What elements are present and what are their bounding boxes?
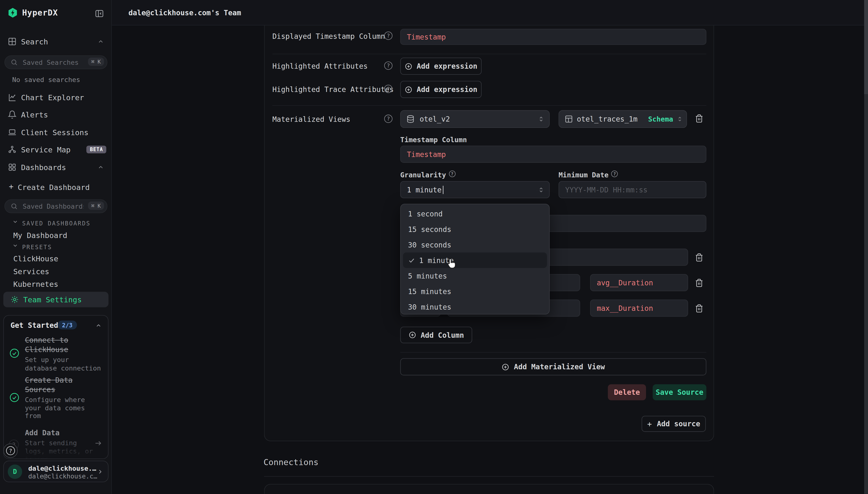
help-button[interactable]: ? (3, 443, 18, 458)
select-chevrons-icon (676, 116, 683, 122)
minimum-date-label: Minimum Date? (558, 171, 618, 179)
user-name: dale@clickhouse.… (28, 464, 96, 472)
saved-searches-input[interactable]: ⌘ K (4, 55, 107, 69)
search-results-icon (8, 37, 17, 46)
create-dashboard-button[interactable]: + Create Dashboard (0, 179, 112, 194)
sidebar-item-clickhouse[interactable]: ClickHouse (13, 254, 58, 263)
sidebar-item-my-dashboard[interactable]: My Dashboard (13, 231, 67, 240)
save-source-button[interactable]: Save Source (653, 384, 706, 400)
column-alias-input[interactable]: max__Duration (590, 300, 688, 317)
dropdown-option[interactable]: 15 minutes (403, 283, 547, 299)
step-desc: Configure where your data comes from (25, 396, 102, 420)
delete-column-icon[interactable] (695, 279, 704, 287)
dropdown-option-selected[interactable]: 1 minute (403, 252, 547, 268)
get-started-step[interactable]: Connect to ClickHouse Set up your databa… (25, 336, 102, 372)
dropdown-option[interactable]: 15 seconds (403, 222, 547, 237)
add-column-button[interactable]: Add Column (400, 327, 472, 343)
add-source-button[interactable]: + Add source (642, 416, 706, 432)
displayed-timestamp-label: Displayed Timestamp Column (272, 32, 385, 40)
help-icon[interactable]: ? (384, 32, 392, 40)
help-icon[interactable]: ? (384, 115, 392, 123)
connections-card (264, 484, 714, 494)
laptop-icon (8, 128, 17, 137)
shortcut-badge: ⌘ K (88, 202, 104, 210)
add-expression-button[interactable]: Add expression (400, 81, 482, 98)
step-title: Create Data Sources (25, 375, 102, 394)
hyperdx-logo-icon[interactable] (7, 7, 18, 18)
get-started-step[interactable]: Create Data Sources Configure where your… (25, 375, 102, 420)
search-icon (11, 203, 18, 210)
chevron-up-icon[interactable] (95, 322, 102, 329)
sidebar-item-dashboards[interactable]: Dashboards (0, 159, 112, 174)
delete-column-icon[interactable] (695, 304, 704, 313)
sidebar-item-search[interactable]: Search (0, 34, 112, 49)
database-select[interactable]: otel_v2 (400, 110, 550, 128)
dropdown-option[interactable]: 30 seconds (403, 237, 547, 252)
plus-icon: + (647, 419, 652, 429)
sidebar-item-services[interactable]: Services (13, 267, 49, 276)
sidebar-item-client-sessions[interactable]: Client Sessions (0, 125, 112, 139)
delete-column-icon[interactable] (695, 253, 704, 262)
sidebar-item-chart-explorer[interactable]: Chart Explorer (0, 90, 112, 105)
add-expression-button[interactable]: Add expression (400, 57, 482, 75)
table-icon (565, 115, 573, 123)
sidebar-item-label: Chart Explorer (21, 93, 84, 102)
help-icon[interactable]: ? (384, 85, 392, 93)
create-dashboard-label: Create Dashboard (18, 183, 90, 192)
select-chevrons-icon (538, 186, 545, 193)
text-caret (443, 185, 443, 194)
search-icon (11, 59, 18, 66)
main-content: Displayed Timestamp Column ? Timestamp H… (112, 25, 864, 494)
delete-view-icon[interactable] (695, 114, 704, 123)
collapse-sidebar-icon[interactable] (95, 9, 104, 18)
help-icon[interactable]: ? (449, 171, 455, 177)
add-materialized-view-button[interactable]: Add Materialized View (400, 358, 707, 375)
sidebar-item-team-settings[interactable]: Team Settings (3, 292, 109, 307)
column-alias-input[interactable]: avg__Duration (590, 274, 688, 291)
divider (272, 105, 707, 106)
sidebar-item-label: Search (21, 37, 48, 46)
beta-badge: BETA (86, 145, 106, 153)
section-saved-dashboards[interactable]: SAVED DASHBOARDS (22, 220, 91, 226)
avatar: D (8, 464, 22, 479)
dropdown-option[interactable]: 5 minutes (403, 268, 547, 283)
chevron-up-icon (98, 38, 104, 45)
check-circle-icon (9, 393, 19, 402)
sidebar-item-alerts[interactable]: Alerts (0, 107, 112, 122)
divider (272, 54, 707, 54)
chevron-down-icon[interactable] (12, 242, 18, 248)
minimum-date-input[interactable]: YYYY-MM-DD HH:mm:ss (558, 181, 706, 198)
no-saved-searches-text: No saved searches (12, 76, 80, 84)
table-select[interactable]: otel_traces_1m Schema (558, 110, 687, 128)
help-icon[interactable]: ? (384, 61, 392, 70)
highlighted-trace-attributes-label: Highlighted Trace Attributes (272, 85, 394, 93)
scrollbar[interactable] (864, 0, 868, 494)
get-started-title: Get Started (11, 321, 58, 329)
section-presets[interactable]: PRESETS (22, 244, 52, 250)
get-started-card: Get Started 2/3 Connect to ClickHouse Se… (3, 315, 109, 459)
sidebar-item-service-map[interactable]: Service Map BETA (0, 142, 112, 157)
saved-dashboards-input[interactable]: ⌘ K (4, 199, 107, 213)
help-icon[interactable]: ? (611, 171, 618, 177)
scrollbar-thumb[interactable] (864, 0, 868, 94)
chevron-up-icon (98, 164, 104, 170)
granularity-select[interactable]: 1 minute (400, 181, 550, 198)
dropdown-option[interactable]: 30 minutes (403, 299, 547, 315)
chevron-down-icon[interactable] (12, 218, 18, 225)
delete-button[interactable]: Delete (608, 384, 646, 400)
sidebar: HyperDX Search ⌘ K No saved searches (0, 0, 112, 494)
granularity-dropdown: 1 second 15 seconds 30 seconds 1 minute … (400, 204, 550, 315)
sidebar-item-kubernetes[interactable]: Kubernetes (13, 280, 58, 288)
plus-circle-icon (404, 62, 412, 70)
sidebar-item-label: Alerts (21, 110, 48, 119)
timestamp-column-input[interactable]: Timestamp (400, 146, 707, 163)
dropdown-option[interactable]: 1 second (403, 206, 547, 222)
step-desc: Set up your database connection (25, 356, 102, 372)
schema-link[interactable]: Schema (648, 115, 673, 123)
displayed-timestamp-input[interactable]: Timestamp (400, 29, 707, 45)
table-value: otel_traces_1m (577, 115, 638, 123)
plus-icon: + (9, 182, 14, 191)
service-map-icon (8, 145, 17, 154)
timestamp-column-label: Timestamp Column (400, 136, 467, 144)
user-menu[interactable]: D dale@clickhouse.… dale@clickhouse.c… (3, 461, 109, 482)
